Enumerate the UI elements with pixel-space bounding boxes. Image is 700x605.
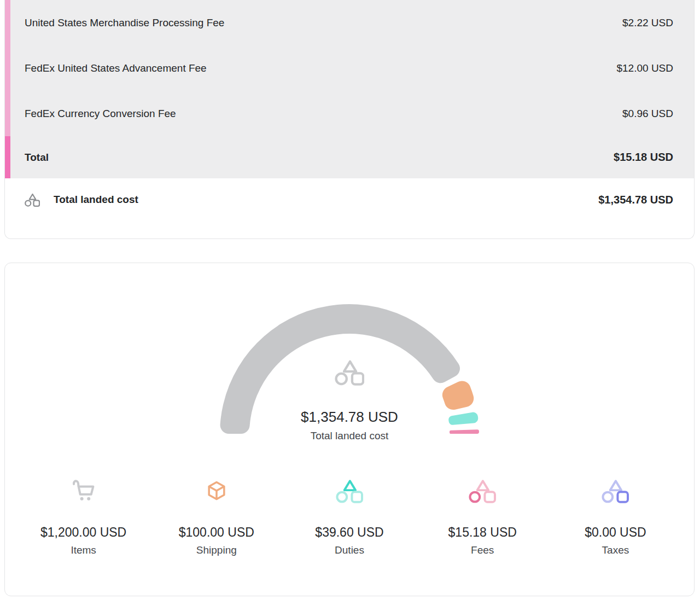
cart-wheel [80,497,83,501]
table-row-total: Total $15.18 USD [10,136,694,178]
legend-label: Items [71,544,96,557]
fee-group-indicator [5,0,10,178]
package-icon [206,479,228,502]
total-label: Total [25,152,49,164]
cost-breakdown-legend: $1,200.00 USD Items $100.00 USD Shipping [5,478,694,557]
circle-shape [470,492,480,502]
legend-value: $0.00 USD [585,525,646,540]
legend-value: $1,200.00 USD [40,525,126,540]
square-shape [485,492,495,502]
gauge-segment-shipping [442,381,474,410]
legend-item-duties: $39.60 USD Duties [283,478,416,557]
total-landed-cost-value: $1,354.78 USD [598,194,673,206]
legend-item-shipping: $100.00 USD Shipping [150,478,283,557]
shapes-icon [336,478,363,503]
square-shape [352,492,362,502]
landed-cost-gauge-card: $1,354.78 USD Total landed cost $1,200.0… [4,263,695,596]
gauge-segment-items [220,304,460,434]
cart-wheel [87,497,90,501]
fee-table: United States Merchandise Processing Fee… [5,0,694,178]
legend-label: Duties [335,544,364,557]
legend-label: Taxes [602,544,629,557]
legend-item-fees: $15.18 USD Fees [416,478,549,557]
fee-value: $12.00 USD [616,62,673,74]
circle-shape [603,492,613,502]
table-row: FedEx United States Advancement Fee $12.… [10,45,694,91]
fee-label: FedEx Currency Conversion Fee [25,108,176,120]
fee-label: FedEx United States Advancement Fee [25,62,207,74]
shapes-icon [602,478,629,503]
fee-value: $2.22 USD [622,17,673,29]
legend-value: $15.18 USD [448,525,517,540]
total-landed-cost-label: Total landed cost [54,194,138,206]
fee-breakdown-card: United States Merchandise Processing Fee… [4,0,695,239]
landed-cost-gauge [5,263,694,449]
total-landed-cost-row: Total landed cost $1,354.78 USD [5,178,694,221]
table-row: FedEx Currency Conversion Fee $0.96 USD [10,91,694,136]
triangle-shape [610,481,621,490]
legend-item-taxes: $0.00 USD Taxes [549,478,682,557]
shapes-icon [25,193,40,207]
legend-label: Fees [471,544,494,557]
triangle-shape [345,481,355,490]
shapes-icon [469,478,496,503]
legend-value: $100.00 USD [179,525,254,540]
fee-value: $0.96 USD [622,108,673,120]
total-value: $15.18 USD [614,151,673,164]
circle-shape [337,492,347,502]
total-stripe [5,136,10,178]
table-row: United States Merchandise Processing Fee… [10,0,694,45]
gauge-segment-duties [448,412,478,425]
square-shape [618,492,628,502]
legend-value: $39.60 USD [315,525,383,540]
legend-item-items: $1,200.00 USD Items [17,478,150,557]
triangle-shape [477,481,488,490]
gauge-segment-fees [450,429,479,434]
cart-icon [72,479,96,503]
legend-label: Shipping [196,544,237,557]
fee-label: United States Merchandise Processing Fee [25,17,224,29]
fees-stripe [5,0,10,136]
